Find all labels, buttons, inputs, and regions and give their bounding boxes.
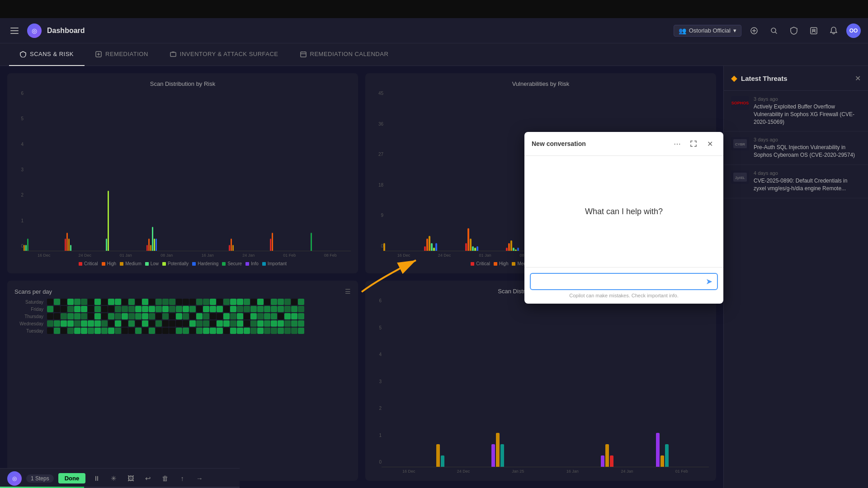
copilot-title: New conversation [532,140,586,147]
steps-badge: 1 Steps [26,474,54,483]
svg-rect-2 [10,33,19,34]
threats-title: Latest Threats [741,75,851,82]
svg-rect-9 [301,52,306,57]
svg-text:CYBR: CYBR [735,142,745,146]
threats-header: ◆ Latest Threats ✕ [724,66,868,91]
copilot-footer: ➤ Copilot can make mistakes. Check impor… [524,267,723,304]
scan-profile-area: 6 5 4 3 2 1 0 16 Dec24 DecJan 2516 Jan24… [373,298,709,474]
threat-text-1: Actively Exploited Buffer Overflow Vulne… [754,103,861,126]
image-icon[interactable]: 🖼 [124,472,137,485]
chart-menu-icon[interactable]: ☰ [345,288,351,295]
threat-logo-3: ZyXEL [731,170,749,184]
settings-icon[interactable]: ✳ [107,472,120,485]
nav-tabs: SCANS & RISK REMEDIATION INVENTORY & ATT… [0,43,868,66]
undo-icon[interactable]: ↩ [142,472,154,485]
tab-remediation-calendar[interactable]: REMEDIATION CALENDAR [289,43,400,66]
threats-panel: ◆ Latest Threats ✕ SOPHOS 3 days ago Act… [723,66,868,488]
scan-distribution-chart: Scan Distribution by Risk 6 5 4 3 2 1 0 [7,73,358,273]
scan-profile-chart: Scan Distribution by Scan Profile 6 5 4 … [365,281,716,481]
copilot-header-actions: ⋯ ✕ [671,137,716,150]
main-area: Scan Distribution by Risk 6 5 4 3 2 1 0 [0,66,868,488]
forward-icon[interactable]: → [193,472,206,485]
search-icon[interactable] [767,23,781,38]
add-icon[interactable] [747,23,761,38]
threat-logo-2: CYBR [731,137,749,150]
copilot-body: What can I help with? [524,156,723,267]
copilot-prompt: What can I help with? [585,207,663,216]
scan-distribution-area: 6 5 4 3 2 1 0 16 Dec24 Dec01 [14,91,351,266]
svg-rect-0 [10,28,19,28]
top-bar [0,0,868,18]
copilot-input-wrapper: ➤ [530,273,718,290]
threat-logo-1: SOPHOS [731,96,749,110]
pause-icon[interactable]: ⏸ [90,472,103,485]
heatmap-area: SaturdayFridayThursdayWednesdayTuesday [14,299,351,474]
copilot-expand-button[interactable] [687,137,700,150]
vuln-title: Vulnerabilities by Risk [373,80,709,87]
threat-item-1: SOPHOS 3 days ago Actively Exploited Buf… [724,91,868,131]
shield-icon[interactable] [787,23,801,38]
up-icon[interactable]: ↑ [176,472,189,485]
svg-rect-6 [812,29,815,31]
user-icon[interactable] [807,23,821,38]
done-button[interactable]: Done [58,473,86,483]
copilot-close-button[interactable]: ✕ [703,137,716,150]
copilot-disclaimer: Copilot can make mistakes. Check importa… [530,293,718,298]
threat-text-3: CVE-2025-0890: Default Credentials in zy… [754,177,861,192]
bar-logo: ◎ [7,471,22,486]
menu-icon[interactable] [7,23,22,38]
copilot-panel: New conversation ⋯ ✕ What can I help wit… [524,132,723,304]
tab-remediation[interactable]: REMEDIATION [85,43,159,66]
threat-content-1: 3 days ago Actively Exploited Buffer Ove… [754,96,861,126]
tab-inventory[interactable]: INVENTORY & ATTACK SURFACE [159,43,289,66]
chevron-down-icon: ▾ [733,27,736,34]
scan-distribution-title: Scan Distribution by Risk [14,80,351,87]
org-name: Ostorlab Official [689,27,731,34]
threat-item-3: ZyXEL 4 days ago CVE-2025-0890: Default … [724,165,868,198]
svg-rect-1 [10,30,19,31]
header: ◎ Dashboard 👥 Ostorlab Official ▾ [0,18,868,43]
tab-scans-risk[interactable]: SCANS & RISK [9,43,85,66]
threats-diamond-icon: ◆ [731,73,737,83]
threat-time-1: 3 days ago [754,96,861,102]
threat-content-2: 3 days ago Pre-Auth SQL Injection Vulner… [754,137,861,159]
scans-per-day-title: Scans per day [14,288,52,295]
avatar[interactable]: OO [846,23,861,38]
svg-text:ZyXEL: ZyXEL [735,176,745,180]
app-logo: ◎ [27,23,42,38]
header-left: ◎ Dashboard [7,23,674,38]
threat-time-2: 3 days ago [754,137,861,142]
delete-icon[interactable]: 🗑 [159,472,171,485]
scan-dist-legend: Critical High Medium Low Potentially Har… [14,261,351,266]
header-right: 👥 Ostorlab Official ▾ [674,23,861,38]
bottom-control-bar: ◎ 1 Steps Done ⏸ ✳ 🖼 ↩ 🗑 ↑ → [0,468,240,488]
threat-text-2: Pre-Auth SQL Injection Vulnerability in … [754,144,861,159]
copilot-send-button[interactable]: ➤ [706,277,712,286]
bell-icon[interactable] [826,23,841,38]
copilot-more-button[interactable]: ⋯ [671,137,684,150]
threat-item-2: CYBR 3 days ago Pre-Auth SQL Injection V… [724,131,868,165]
threats-close-button[interactable]: ✕ [855,74,861,83]
scans-per-day-chart: Scans per day ☰ SaturdayFridayThursdayWe… [7,281,358,481]
svg-rect-8 [170,52,176,56]
threat-time-3: 4 days ago [754,170,861,176]
threat-content-3: 4 days ago CVE-2025-0890: Default Creden… [754,170,861,192]
copilot-input[interactable] [535,278,706,285]
copilot-header: New conversation ⋯ ✕ [524,132,723,156]
page-title: Dashboard [47,27,85,35]
org-selector[interactable]: 👥 Ostorlab Official ▾ [674,25,741,37]
scans-per-day-header: Scans per day ☰ [14,288,351,295]
arrow-annotation [353,242,443,296]
